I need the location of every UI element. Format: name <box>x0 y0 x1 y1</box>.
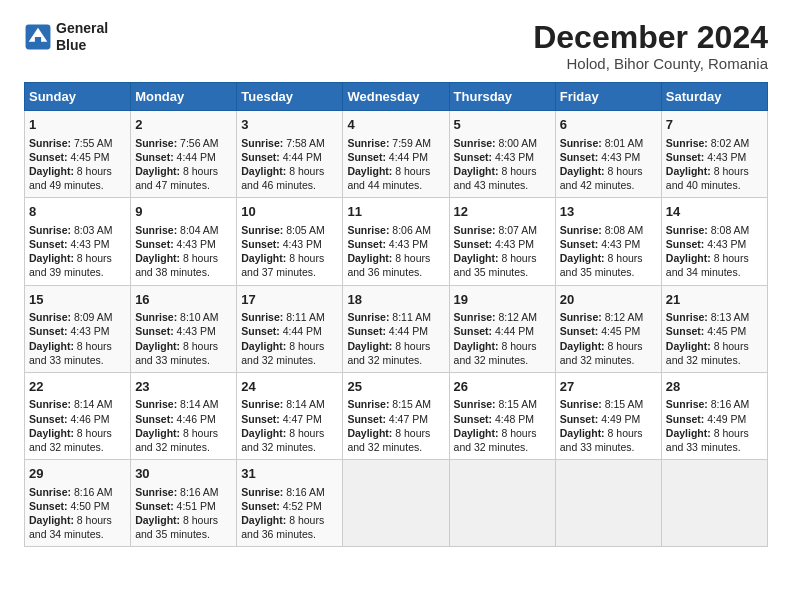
calendar-day-cell: 27Sunrise: 8:15 AMSunset: 4:49 PMDayligh… <box>555 372 661 459</box>
day-number: 1 <box>29 116 126 134</box>
page-title: December 2024 <box>533 20 768 55</box>
sunrise-value: 8:12 AM <box>499 311 538 323</box>
daylight-label: Daylight: <box>135 340 183 352</box>
sunrise-value: 8:15 AM <box>499 398 538 410</box>
sunset-value: 4:43 PM <box>601 238 640 250</box>
daylight-label: Daylight: <box>241 514 289 526</box>
sunrise-label: Sunrise: <box>241 486 286 498</box>
sunset-label: Sunset: <box>29 500 70 512</box>
calendar-day-cell: 3Sunrise: 7:58 AMSunset: 4:44 PMDaylight… <box>237 111 343 198</box>
sunset-label: Sunset: <box>454 238 495 250</box>
sunset-value: 4:44 PM <box>389 151 428 163</box>
sunset-value: 4:43 PM <box>70 325 109 337</box>
day-info: Sunrise: 8:00 AMSunset: 4:43 PMDaylight:… <box>454 136 551 193</box>
sunset-label: Sunset: <box>666 325 707 337</box>
sunrise-value: 8:08 AM <box>605 224 644 236</box>
day-info: Sunrise: 8:04 AMSunset: 4:43 PMDaylight:… <box>135 223 232 280</box>
sunrise-value: 8:16 AM <box>180 486 219 498</box>
calendar-week-row: 1Sunrise: 7:55 AMSunset: 4:45 PMDaylight… <box>25 111 768 198</box>
sunset-value: 4:43 PM <box>177 325 216 337</box>
day-number: 2 <box>135 116 232 134</box>
sunrise-label: Sunrise: <box>666 311 711 323</box>
sunrise-label: Sunrise: <box>29 311 74 323</box>
day-info: Sunrise: 8:08 AMSunset: 4:43 PMDaylight:… <box>560 223 657 280</box>
calendar-day-cell: 17Sunrise: 8:11 AMSunset: 4:44 PMDayligh… <box>237 285 343 372</box>
daylight-label: Daylight: <box>560 427 608 439</box>
calendar-day-cell: 23Sunrise: 8:14 AMSunset: 4:46 PMDayligh… <box>131 372 237 459</box>
svg-rect-2 <box>35 37 41 45</box>
sunrise-label: Sunrise: <box>241 398 286 410</box>
calendar-week-row: 22Sunrise: 8:14 AMSunset: 4:46 PMDayligh… <box>25 372 768 459</box>
day-number: 25 <box>347 378 444 396</box>
sunset-label: Sunset: <box>347 325 388 337</box>
sunset-label: Sunset: <box>135 325 176 337</box>
sunrise-label: Sunrise: <box>560 398 605 410</box>
sunset-label: Sunset: <box>241 151 282 163</box>
day-info: Sunrise: 8:12 AMSunset: 4:44 PMDaylight:… <box>454 310 551 367</box>
daylight-label: Daylight: <box>135 165 183 177</box>
sunset-value: 4:46 PM <box>177 413 216 425</box>
calendar-day-cell: 11Sunrise: 8:06 AMSunset: 4:43 PMDayligh… <box>343 198 449 285</box>
sunset-value: 4:43 PM <box>601 151 640 163</box>
sunrise-value: 7:59 AM <box>392 137 431 149</box>
sunset-value: 4:43 PM <box>707 238 746 250</box>
daylight-label: Daylight: <box>454 427 502 439</box>
day-info: Sunrise: 8:10 AMSunset: 4:43 PMDaylight:… <box>135 310 232 367</box>
calendar-day-cell: 7Sunrise: 8:02 AMSunset: 4:43 PMDaylight… <box>661 111 767 198</box>
sunset-label: Sunset: <box>241 500 282 512</box>
day-info: Sunrise: 7:56 AMSunset: 4:44 PMDaylight:… <box>135 136 232 193</box>
day-number: 7 <box>666 116 763 134</box>
daylight-label: Daylight: <box>560 340 608 352</box>
daylight-label: Daylight: <box>454 340 502 352</box>
day-number: 10 <box>241 203 338 221</box>
calendar-week-row: 15Sunrise: 8:09 AMSunset: 4:43 PMDayligh… <box>25 285 768 372</box>
calendar-day-cell: 14Sunrise: 8:08 AMSunset: 4:43 PMDayligh… <box>661 198 767 285</box>
header: General Blue December 2024 Holod, Bihor … <box>24 20 768 72</box>
daylight-label: Daylight: <box>241 165 289 177</box>
day-number: 8 <box>29 203 126 221</box>
day-info: Sunrise: 8:16 AMSunset: 4:49 PMDaylight:… <box>666 397 763 454</box>
day-info: Sunrise: 8:16 AMSunset: 4:51 PMDaylight:… <box>135 485 232 542</box>
daylight-label: Daylight: <box>135 514 183 526</box>
sunrise-label: Sunrise: <box>135 398 180 410</box>
weekday-header: Saturday <box>661 83 767 111</box>
title-area: December 2024 Holod, Bihor County, Roman… <box>533 20 768 72</box>
sunset-value: 4:44 PM <box>283 325 322 337</box>
logo-text: General Blue <box>56 20 108 54</box>
day-info: Sunrise: 8:14 AMSunset: 4:47 PMDaylight:… <box>241 397 338 454</box>
sunrise-label: Sunrise: <box>560 311 605 323</box>
sunrise-label: Sunrise: <box>29 137 74 149</box>
day-number: 4 <box>347 116 444 134</box>
day-info: Sunrise: 7:55 AMSunset: 4:45 PMDaylight:… <box>29 136 126 193</box>
calendar-day-cell: 2Sunrise: 7:56 AMSunset: 4:44 PMDaylight… <box>131 111 237 198</box>
sunset-label: Sunset: <box>666 413 707 425</box>
sunrise-label: Sunrise: <box>560 137 605 149</box>
day-info: Sunrise: 8:13 AMSunset: 4:45 PMDaylight:… <box>666 310 763 367</box>
logo: General Blue <box>24 20 108 54</box>
sunset-label: Sunset: <box>454 413 495 425</box>
calendar-day-cell: 15Sunrise: 8:09 AMSunset: 4:43 PMDayligh… <box>25 285 131 372</box>
calendar-header-row: SundayMondayTuesdayWednesdayThursdayFrid… <box>25 83 768 111</box>
sunrise-label: Sunrise: <box>454 137 499 149</box>
sunrise-value: 8:16 AM <box>286 486 325 498</box>
calendar-day-cell: 8Sunrise: 8:03 AMSunset: 4:43 PMDaylight… <box>25 198 131 285</box>
weekday-header: Thursday <box>449 83 555 111</box>
sunset-value: 4:50 PM <box>70 500 109 512</box>
daylight-label: Daylight: <box>29 514 77 526</box>
sunset-label: Sunset: <box>29 325 70 337</box>
day-number: 30 <box>135 465 232 483</box>
sunrise-value: 8:03 AM <box>74 224 113 236</box>
daylight-label: Daylight: <box>29 427 77 439</box>
daylight-label: Daylight: <box>29 165 77 177</box>
calendar-day-cell: 16Sunrise: 8:10 AMSunset: 4:43 PMDayligh… <box>131 285 237 372</box>
sunset-value: 4:43 PM <box>389 238 428 250</box>
sunrise-value: 8:00 AM <box>499 137 538 149</box>
sunrise-value: 7:56 AM <box>180 137 219 149</box>
sunrise-label: Sunrise: <box>347 398 392 410</box>
day-number: 17 <box>241 291 338 309</box>
day-info: Sunrise: 8:11 AMSunset: 4:44 PMDaylight:… <box>241 310 338 367</box>
day-info: Sunrise: 7:59 AMSunset: 4:44 PMDaylight:… <box>347 136 444 193</box>
sunset-value: 4:44 PM <box>495 325 534 337</box>
day-number: 18 <box>347 291 444 309</box>
daylight-label: Daylight: <box>241 340 289 352</box>
